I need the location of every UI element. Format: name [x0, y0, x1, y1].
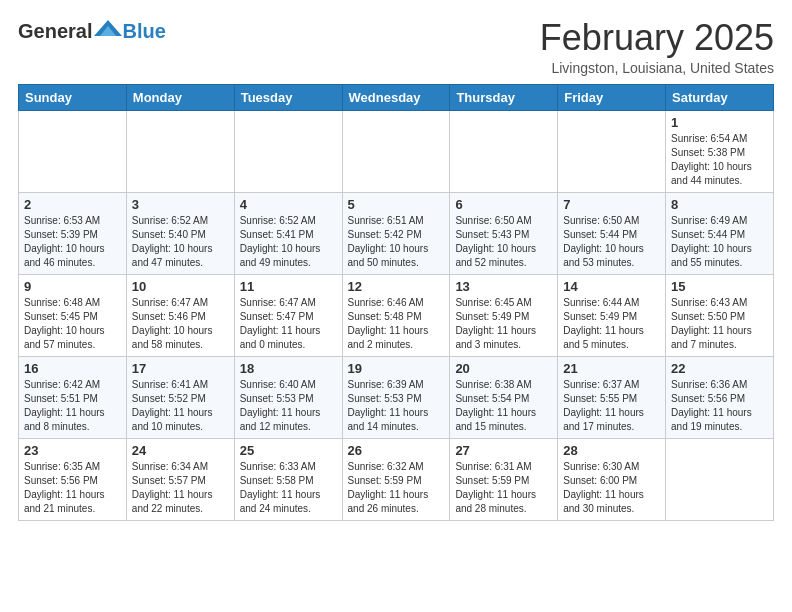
- day-info: Sunrise: 6:47 AM Sunset: 5:46 PM Dayligh…: [132, 296, 229, 352]
- day-info: Sunrise: 6:37 AM Sunset: 5:55 PM Dayligh…: [563, 378, 660, 434]
- day-cell: 3Sunrise: 6:52 AM Sunset: 5:40 PM Daylig…: [126, 192, 234, 274]
- day-cell: 8Sunrise: 6:49 AM Sunset: 5:44 PM Daylig…: [666, 192, 774, 274]
- day-info: Sunrise: 6:30 AM Sunset: 6:00 PM Dayligh…: [563, 460, 660, 516]
- day-info: Sunrise: 6:35 AM Sunset: 5:56 PM Dayligh…: [24, 460, 121, 516]
- day-cell: 22Sunrise: 6:36 AM Sunset: 5:56 PM Dayli…: [666, 356, 774, 438]
- day-info: Sunrise: 6:41 AM Sunset: 5:52 PM Dayligh…: [132, 378, 229, 434]
- day-cell: [558, 110, 666, 192]
- day-cell: 16Sunrise: 6:42 AM Sunset: 5:51 PM Dayli…: [19, 356, 127, 438]
- day-number: 6: [455, 197, 552, 212]
- week-row-4: 16Sunrise: 6:42 AM Sunset: 5:51 PM Dayli…: [19, 356, 774, 438]
- day-info: Sunrise: 6:32 AM Sunset: 5:59 PM Dayligh…: [348, 460, 445, 516]
- weekday-header-saturday: Saturday: [666, 84, 774, 110]
- day-cell: 6Sunrise: 6:50 AM Sunset: 5:43 PM Daylig…: [450, 192, 558, 274]
- day-cell: 19Sunrise: 6:39 AM Sunset: 5:53 PM Dayli…: [342, 356, 450, 438]
- day-number: 28: [563, 443, 660, 458]
- day-info: Sunrise: 6:43 AM Sunset: 5:50 PM Dayligh…: [671, 296, 768, 352]
- day-info: Sunrise: 6:48 AM Sunset: 5:45 PM Dayligh…: [24, 296, 121, 352]
- day-info: Sunrise: 6:51 AM Sunset: 5:42 PM Dayligh…: [348, 214, 445, 270]
- day-cell: 20Sunrise: 6:38 AM Sunset: 5:54 PM Dayli…: [450, 356, 558, 438]
- day-cell: 11Sunrise: 6:47 AM Sunset: 5:47 PM Dayli…: [234, 274, 342, 356]
- day-number: 3: [132, 197, 229, 212]
- day-info: Sunrise: 6:40 AM Sunset: 5:53 PM Dayligh…: [240, 378, 337, 434]
- day-info: Sunrise: 6:46 AM Sunset: 5:48 PM Dayligh…: [348, 296, 445, 352]
- day-number: 21: [563, 361, 660, 376]
- weekday-header-friday: Friday: [558, 84, 666, 110]
- day-info: Sunrise: 6:33 AM Sunset: 5:58 PM Dayligh…: [240, 460, 337, 516]
- day-number: 24: [132, 443, 229, 458]
- day-cell: 15Sunrise: 6:43 AM Sunset: 5:50 PM Dayli…: [666, 274, 774, 356]
- day-number: 25: [240, 443, 337, 458]
- day-info: Sunrise: 6:47 AM Sunset: 5:47 PM Dayligh…: [240, 296, 337, 352]
- day-cell: 1Sunrise: 6:54 AM Sunset: 5:38 PM Daylig…: [666, 110, 774, 192]
- day-number: 2: [24, 197, 121, 212]
- calendar-table: SundayMondayTuesdayWednesdayThursdayFrid…: [18, 84, 774, 521]
- weekday-header-row: SundayMondayTuesdayWednesdayThursdayFrid…: [19, 84, 774, 110]
- day-info: Sunrise: 6:38 AM Sunset: 5:54 PM Dayligh…: [455, 378, 552, 434]
- day-number: 13: [455, 279, 552, 294]
- day-info: Sunrise: 6:52 AM Sunset: 5:40 PM Dayligh…: [132, 214, 229, 270]
- day-info: Sunrise: 6:31 AM Sunset: 5:59 PM Dayligh…: [455, 460, 552, 516]
- day-number: 22: [671, 361, 768, 376]
- day-info: Sunrise: 6:49 AM Sunset: 5:44 PM Dayligh…: [671, 214, 768, 270]
- day-cell: 12Sunrise: 6:46 AM Sunset: 5:48 PM Dayli…: [342, 274, 450, 356]
- day-info: Sunrise: 6:52 AM Sunset: 5:41 PM Dayligh…: [240, 214, 337, 270]
- day-info: Sunrise: 6:39 AM Sunset: 5:53 PM Dayligh…: [348, 378, 445, 434]
- page: General Blue February 2025 Livingston, L…: [0, 0, 792, 535]
- logo-icon: [94, 18, 122, 44]
- day-number: 20: [455, 361, 552, 376]
- day-number: 19: [348, 361, 445, 376]
- day-cell: [234, 110, 342, 192]
- day-number: 26: [348, 443, 445, 458]
- day-number: 11: [240, 279, 337, 294]
- day-info: Sunrise: 6:54 AM Sunset: 5:38 PM Dayligh…: [671, 132, 768, 188]
- day-info: Sunrise: 6:53 AM Sunset: 5:39 PM Dayligh…: [24, 214, 121, 270]
- title-area: February 2025 Livingston, Louisiana, Uni…: [540, 18, 774, 76]
- day-info: Sunrise: 6:50 AM Sunset: 5:44 PM Dayligh…: [563, 214, 660, 270]
- day-number: 7: [563, 197, 660, 212]
- month-title: February 2025: [540, 18, 774, 58]
- logo-general-text: General: [18, 20, 92, 43]
- weekday-header-wednesday: Wednesday: [342, 84, 450, 110]
- day-cell: 9Sunrise: 6:48 AM Sunset: 5:45 PM Daylig…: [19, 274, 127, 356]
- day-number: 14: [563, 279, 660, 294]
- week-row-2: 2Sunrise: 6:53 AM Sunset: 5:39 PM Daylig…: [19, 192, 774, 274]
- day-info: Sunrise: 6:44 AM Sunset: 5:49 PM Dayligh…: [563, 296, 660, 352]
- week-row-3: 9Sunrise: 6:48 AM Sunset: 5:45 PM Daylig…: [19, 274, 774, 356]
- day-number: 23: [24, 443, 121, 458]
- day-cell: 27Sunrise: 6:31 AM Sunset: 5:59 PM Dayli…: [450, 438, 558, 520]
- day-number: 10: [132, 279, 229, 294]
- day-cell: [19, 110, 127, 192]
- day-info: Sunrise: 6:45 AM Sunset: 5:49 PM Dayligh…: [455, 296, 552, 352]
- day-cell: 7Sunrise: 6:50 AM Sunset: 5:44 PM Daylig…: [558, 192, 666, 274]
- day-cell: 25Sunrise: 6:33 AM Sunset: 5:58 PM Dayli…: [234, 438, 342, 520]
- week-row-5: 23Sunrise: 6:35 AM Sunset: 5:56 PM Dayli…: [19, 438, 774, 520]
- day-number: 27: [455, 443, 552, 458]
- weekday-header-tuesday: Tuesday: [234, 84, 342, 110]
- day-number: 4: [240, 197, 337, 212]
- day-cell: 24Sunrise: 6:34 AM Sunset: 5:57 PM Dayli…: [126, 438, 234, 520]
- day-info: Sunrise: 6:36 AM Sunset: 5:56 PM Dayligh…: [671, 378, 768, 434]
- logo-blue-text: Blue: [122, 20, 165, 43]
- weekday-header-thursday: Thursday: [450, 84, 558, 110]
- day-cell: 21Sunrise: 6:37 AM Sunset: 5:55 PM Dayli…: [558, 356, 666, 438]
- day-cell: [342, 110, 450, 192]
- day-cell: 14Sunrise: 6:44 AM Sunset: 5:49 PM Dayli…: [558, 274, 666, 356]
- day-number: 18: [240, 361, 337, 376]
- day-number: 8: [671, 197, 768, 212]
- day-cell: 4Sunrise: 6:52 AM Sunset: 5:41 PM Daylig…: [234, 192, 342, 274]
- day-cell: 5Sunrise: 6:51 AM Sunset: 5:42 PM Daylig…: [342, 192, 450, 274]
- day-number: 17: [132, 361, 229, 376]
- day-cell: [450, 110, 558, 192]
- day-cell: 28Sunrise: 6:30 AM Sunset: 6:00 PM Dayli…: [558, 438, 666, 520]
- logo-area: General Blue: [18, 18, 166, 44]
- day-number: 15: [671, 279, 768, 294]
- day-cell: 17Sunrise: 6:41 AM Sunset: 5:52 PM Dayli…: [126, 356, 234, 438]
- day-number: 12: [348, 279, 445, 294]
- location-title: Livingston, Louisiana, United States: [540, 60, 774, 76]
- day-cell: 2Sunrise: 6:53 AM Sunset: 5:39 PM Daylig…: [19, 192, 127, 274]
- day-number: 16: [24, 361, 121, 376]
- day-info: Sunrise: 6:34 AM Sunset: 5:57 PM Dayligh…: [132, 460, 229, 516]
- day-cell: 13Sunrise: 6:45 AM Sunset: 5:49 PM Dayli…: [450, 274, 558, 356]
- logo: General Blue: [18, 18, 166, 44]
